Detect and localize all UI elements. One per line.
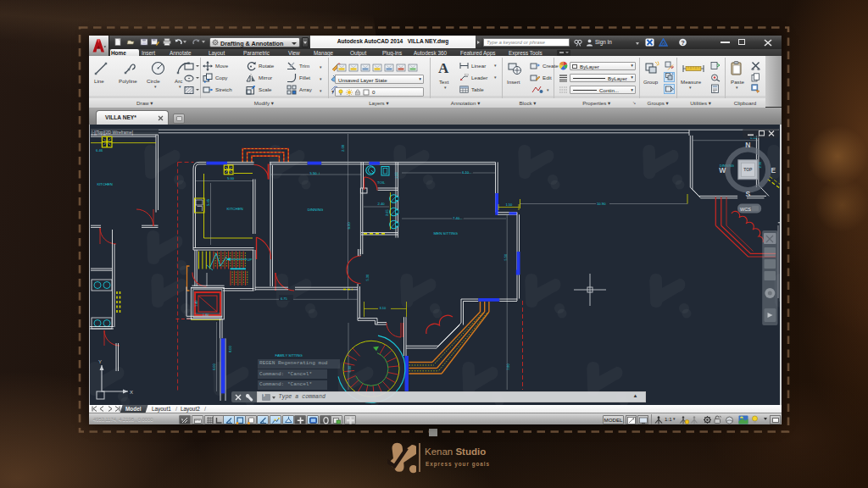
svg-text:FAMILY SITTING: FAMILY SITTING [275, 353, 303, 358]
svg-text:DINNING: DINNING [308, 208, 324, 212]
svg-text:6.10: 6.10 [462, 170, 470, 175]
svg-text:S: S [745, 190, 750, 198]
svg-text:TOP: TOP [743, 167, 753, 172]
svg-text:6.00: 6.00 [212, 363, 216, 370]
svg-text:3.10: 3.10 [380, 306, 387, 310]
svg-text:KITCHEN: KITCHEN [97, 182, 112, 186]
svg-text:2.65: 2.65 [385, 208, 389, 216]
svg-text:2.00: 2.00 [341, 144, 345, 152]
svg-text:UP: UP [248, 258, 253, 262]
svg-text:[-][Top][2D Wireframe]: [-][Top][2D Wireframe] [92, 130, 134, 135]
svg-text:5.50: 5.50 [310, 171, 318, 175]
svg-text:1.40: 1.40 [195, 301, 198, 307]
svg-text:MEN SITTING: MEN SITTING [434, 231, 459, 236]
svg-text:N: N [745, 141, 750, 149]
svg-text:1.50: 1.50 [506, 202, 514, 207]
svg-text:WCS: WCS [740, 207, 751, 212]
svg-text:10.90: 10.90 [597, 202, 606, 206]
svg-text:6.75: 6.75 [281, 297, 288, 301]
svg-text:5.30: 5.30 [365, 274, 370, 281]
svg-text:5.00: 5.00 [227, 176, 235, 180]
svg-text:Y: Y [98, 359, 102, 364]
svg-text:6.46: 6.46 [96, 148, 103, 152]
svg-text:8.00: 8.00 [228, 345, 232, 352]
svg-text:?: ? [681, 39, 685, 47]
svg-text:º: º [672, 73, 674, 77]
svg-text:E: E [771, 166, 776, 175]
svg-text:2.40: 2.40 [378, 202, 386, 206]
svg-text:KITCHEN: KITCHEN [227, 207, 243, 211]
svg-text:8.00: 8.00 [347, 222, 351, 230]
svg-text:7.80: 7.80 [506, 363, 510, 370]
svg-text:TOIL: TOIL [377, 180, 386, 185]
svg-text:7.40: 7.40 [453, 216, 460, 220]
svg-text:2.30: 2.30 [758, 161, 762, 169]
svg-text:W: W [719, 166, 726, 175]
svg-text:5.45: 5.45 [206, 198, 210, 206]
svg-text:6.00: 6.00 [348, 365, 352, 373]
svg-text:X: X [130, 390, 133, 395]
svg-text:1.90: 1.90 [394, 171, 398, 179]
